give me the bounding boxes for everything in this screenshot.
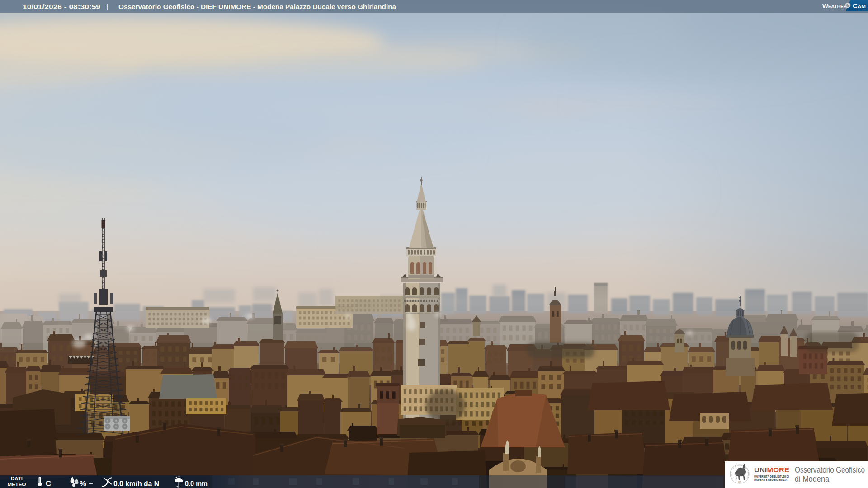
svg-text:C: C: [46, 479, 51, 488]
svg-text:0.0 km/h da N: 0.0 km/h da N: [113, 479, 159, 488]
svg-text:UNIMORE: UNIMORE: [754, 466, 789, 474]
svg-text:1175: 1175: [738, 481, 741, 483]
svg-text:|: |: [107, 3, 108, 10]
svg-text:10/01/2026 - 08:30:59: 10/01/2026 - 08:30:59: [23, 3, 100, 10]
svg-text:WEATHER: WEATHER: [822, 3, 847, 9]
svg-text:%: %: [80, 479, 86, 488]
svg-text:Osservatorio Geofisico - DIEF: Osservatorio Geofisico - DIEF UNIMORE - …: [118, 3, 396, 10]
svg-text:DATI: DATI: [11, 476, 23, 481]
svg-text:MODENA E REGGIO EMILIA: MODENA E REGGIO EMILIA: [754, 478, 787, 481]
svg-text:METEO: METEO: [8, 482, 26, 487]
svg-text:Osservatorio Geofisico: Osservatorio Geofisico: [795, 465, 865, 474]
svg-text:0.0 mm: 0.0 mm: [185, 479, 208, 488]
svg-text:UNIVERSITÀ DEGLI STUDI DI: UNIVERSITÀ DEGLI STUDI DI: [754, 474, 789, 478]
svg-text:di Modena: di Modena: [795, 474, 829, 483]
